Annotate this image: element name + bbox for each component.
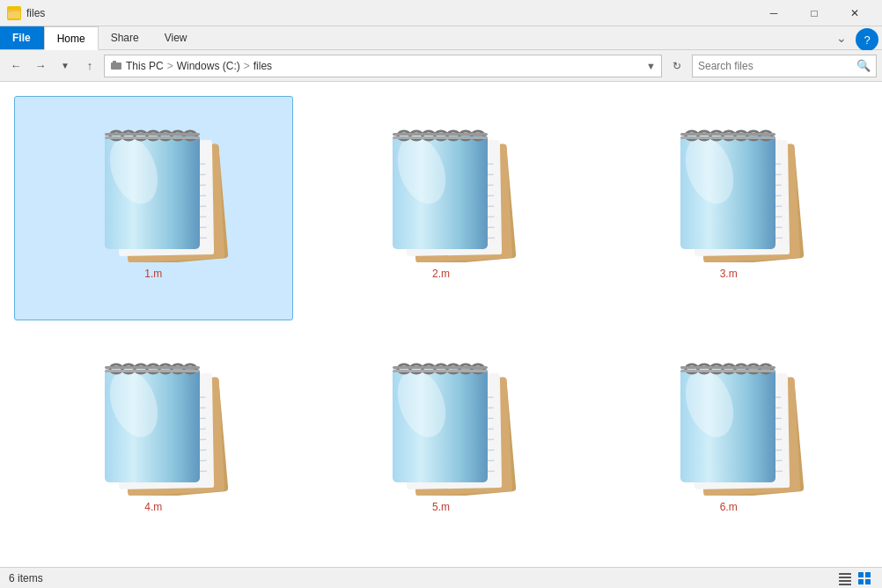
breadcrumb-sep1: > [167, 60, 173, 72]
search-bar[interactable]: 🔍 [692, 55, 877, 77]
svg-rect-3 [111, 62, 121, 70]
content-area: 1.m [0, 82, 882, 567]
folder-icon [7, 6, 21, 20]
svg-rect-70 [680, 136, 775, 139]
address-bar[interactable]: This PC > Windows (C:) > files ▼ [104, 55, 662, 77]
svg-rect-47 [393, 133, 488, 136]
back-button[interactable]: ← [5, 55, 26, 77]
file-label-5.m: 5.m [432, 501, 450, 513]
svg-rect-140 [839, 584, 851, 585]
svg-rect-1 [8, 11, 20, 18]
close-button[interactable]: ✕ [834, 0, 875, 26]
ribbon-collapse-button[interactable]: ⌄ [836, 26, 852, 49]
file-label-1.m: 1.m [144, 268, 162, 280]
main-content: 1.m [0, 82, 882, 567]
tab-share[interactable]: Share [99, 26, 152, 49]
this-pc-icon [110, 60, 122, 72]
file-item-3.m[interactable]: 3.m [589, 96, 868, 320]
file-icon-2.m [362, 104, 520, 262]
breadcrumb-sep2: > [244, 60, 250, 72]
file-label-6.m: 6.m [720, 501, 738, 513]
tab-home[interactable]: Home [44, 26, 99, 50]
svg-rect-136 [680, 370, 775, 372]
file-item-4.m[interactable]: 4.m [14, 329, 293, 554]
tab-file[interactable]: File [0, 26, 44, 49]
svg-rect-135 [680, 366, 775, 369]
maximize-button[interactable]: □ [794, 0, 834, 26]
file-item-6.m[interactable]: 6.m [589, 329, 868, 554]
window-title: files [26, 7, 45, 19]
file-label-4.m: 4.m [144, 501, 162, 513]
up-button[interactable]: ↑ [79, 55, 100, 77]
minimize-button[interactable]: ─ [753, 0, 794, 26]
svg-rect-91 [105, 366, 200, 369]
status-bar: 6 items [0, 567, 882, 588]
svg-rect-138 [839, 577, 851, 578]
breadcrumb-thispc[interactable]: This PC [126, 60, 164, 72]
svg-rect-141 [858, 572, 864, 577]
file-label-2.m: 2.m [432, 268, 450, 280]
refresh-button[interactable]: ↻ [665, 55, 688, 77]
svg-rect-92 [105, 370, 200, 372]
file-label-3.m: 3.m [720, 268, 738, 280]
svg-rect-137 [839, 573, 851, 575]
svg-rect-69 [680, 133, 775, 136]
search-icon[interactable]: 🔍 [856, 59, 871, 72]
navigation-bar: ← → ▼ ↑ This PC > Windows (C:) > files ▼… [0, 50, 882, 82]
svg-rect-2 [8, 10, 12, 12]
svg-rect-25 [105, 133, 200, 136]
svg-rect-144 [865, 579, 871, 584]
forward-button[interactable]: → [30, 55, 51, 77]
tab-view[interactable]: View [152, 26, 201, 49]
details-view-button[interactable] [836, 570, 854, 587]
title-bar: files ─ □ ✕ [0, 0, 882, 26]
file-grid: 1.m [14, 96, 868, 553]
breadcrumb-windows[interactable]: Windows (C:) [177, 60, 240, 72]
title-bar-left: files [7, 6, 45, 20]
file-icon-1.m [74, 104, 232, 262]
file-item-5.m[interactable]: 5.m [302, 329, 581, 554]
file-icon-4.m [74, 337, 232, 496]
window-controls: ─ □ ✕ [753, 0, 875, 26]
ribbon: File Home Share View ⌄ ? [0, 26, 882, 50]
large-icons-view-button[interactable] [856, 570, 873, 587]
file-item-2.m[interactable]: 2.m [302, 96, 581, 320]
svg-rect-4 [113, 61, 116, 62]
file-icon-5.m [362, 337, 520, 496]
svg-rect-139 [839, 580, 851, 582]
svg-rect-143 [858, 579, 864, 584]
view-buttons [836, 570, 873, 587]
address-bar-dropdown-icon[interactable]: ▼ [646, 61, 656, 71]
svg-rect-114 [393, 370, 488, 372]
svg-rect-26 [105, 136, 200, 139]
search-input[interactable] [698, 60, 853, 72]
dropdown-button[interactable]: ▼ [55, 55, 76, 77]
breadcrumb-files[interactable]: files [254, 60, 272, 72]
file-item-1.m[interactable]: 1.m [14, 96, 293, 320]
file-icon-6.m [650, 337, 808, 496]
file-icon-3.m [650, 104, 808, 262]
ribbon-tabs: File Home Share View ⌄ ? [0, 26, 882, 49]
item-count: 6 items [9, 572, 43, 584]
svg-rect-142 [865, 572, 871, 577]
svg-rect-113 [393, 366, 488, 369]
svg-rect-48 [393, 136, 488, 139]
help-button[interactable]: ? [856, 28, 878, 51]
